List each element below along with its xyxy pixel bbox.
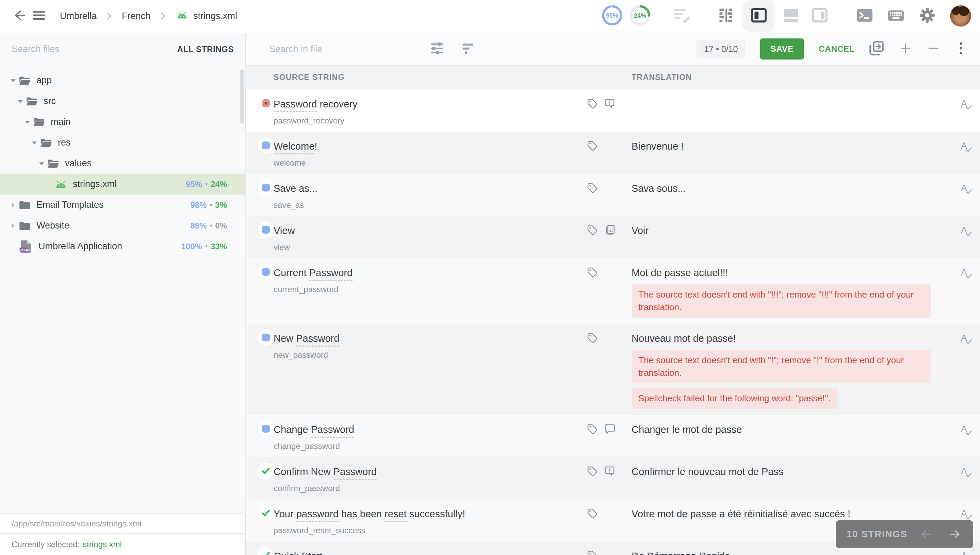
save-button[interactable]: SAVE: [760, 38, 804, 59]
breadcrumb: Umbrella French strings.xml: [60, 10, 237, 22]
filter-settings-button[interactable]: [429, 40, 445, 58]
string-row-new_password[interactable]: New Passwordnew_passwordNouveau mot de p…: [246, 324, 980, 415]
keyboard-shortcuts-button[interactable]: [887, 8, 904, 24]
string-row-confirm_password[interactable]: Confirm New Passwordconfirm_passwordConf…: [246, 457, 980, 499]
all-strings-button[interactable]: ALL STRINGS: [177, 45, 234, 54]
search-in-file-input[interactable]: [269, 44, 429, 55]
menu-button[interactable]: [29, 6, 48, 26]
pager-next-button[interactable]: [947, 528, 962, 541]
filter-button[interactable]: [460, 41, 476, 57]
tree-item-label: Email Templates: [36, 200, 104, 210]
more-options-button[interactable]: [954, 41, 968, 57]
editor-main: 17 • 0/10 SAVE CANCEL SOURCE STRING TRAN…: [246, 33, 980, 555]
breadcrumb-file[interactable]: strings.xml: [193, 11, 237, 21]
currently-selected-file[interactable]: strings.xml: [83, 540, 122, 549]
settings-button[interactable]: [919, 7, 936, 25]
breadcrumb-project[interactable]: Umbrella: [60, 11, 96, 21]
tag-icon[interactable]: [586, 332, 598, 343]
spellcheck-icon[interactable]: A: [959, 140, 973, 155]
terminal-button[interactable]: [856, 8, 873, 24]
pager-prev-button[interactable]: [919, 528, 934, 541]
screenshot-icon[interactable]: [604, 224, 615, 236]
translation-cell[interactable]: Confirmer le nouveau mot de Pass: [631, 457, 980, 499]
view-side-by-side-button[interactable]: [743, 0, 774, 32]
source-string-text: Welcome!: [273, 140, 584, 153]
tag-icon[interactable]: [586, 182, 598, 194]
spellcheck-icon[interactable]: A: [959, 266, 973, 281]
caret-down-icon[interactable]: [37, 160, 46, 167]
avatar[interactable]: [950, 5, 971, 27]
view-bottom-button[interactable]: [779, 0, 803, 32]
source-string-text: Change Password: [273, 423, 584, 436]
string-row-current_password[interactable]: Current Passwordcurrent_passwordMot de p…: [246, 258, 980, 324]
source-string-text: Confirm New Password: [273, 465, 584, 478]
comment-issue-icon[interactable]: [604, 98, 615, 109]
row-icons: [586, 98, 615, 109]
string-row-password_recovery[interactable]: Password recoverypassword_recoveryA: [246, 90, 980, 132]
string-row-change_password[interactable]: Change Passwordchange_passwordChanger le…: [246, 415, 980, 457]
menu-icon: [31, 9, 46, 23]
tree-item-values[interactable]: values: [0, 153, 245, 174]
copy-to-all-button[interactable]: [868, 40, 885, 58]
string-key: password_recovery: [273, 116, 584, 125]
tag-icon[interactable]: [586, 140, 598, 151]
tree-item-app[interactable]: app: [0, 70, 245, 91]
spellcheck-icon[interactable]: A: [959, 550, 973, 555]
tag-icon[interactable]: [586, 507, 598, 519]
tag-icon[interactable]: [586, 423, 598, 435]
back-button[interactable]: [10, 6, 29, 26]
spellcheck-icon[interactable]: A: [959, 98, 973, 112]
caret-down-icon[interactable]: [16, 98, 24, 104]
tag-icon[interactable]: [586, 550, 598, 555]
tree-item-strings-xml[interactable]: strings.xml95%•24%: [0, 174, 245, 194]
tree-item-website[interactable]: Website89%•0%: [0, 215, 245, 236]
comment-icon[interactable]: [604, 423, 615, 435]
svg-text:JSON: JSON: [21, 248, 30, 252]
translation-cell[interactable]: Sava sous...: [631, 174, 980, 216]
sidebar-scrollbar[interactable]: [240, 69, 244, 124]
zoom-out-button[interactable]: [926, 41, 940, 57]
caret-down-icon[interactable]: [23, 119, 32, 125]
svg-text:A: A: [961, 550, 967, 555]
cancel-button[interactable]: CANCEL: [819, 44, 855, 54]
view-right-button[interactable]: [808, 0, 832, 32]
translation-cell[interactable]: Mot de passe actuel!!!The source text do…: [631, 258, 980, 324]
draft-button[interactable]: [674, 8, 693, 24]
caret-right-icon[interactable]: [8, 222, 18, 229]
spellcheck-icon[interactable]: A: [959, 332, 973, 347]
spellcheck-icon[interactable]: A: [959, 224, 973, 239]
comment-issue-icon[interactable]: [604, 465, 615, 477]
translation-text: [631, 97, 939, 111]
translation-cell[interactable]: Bienvenue !: [631, 132, 980, 174]
search-files-input[interactable]: [11, 44, 141, 55]
tree-item-email-templates[interactable]: Email Templates98%•3%: [0, 194, 245, 215]
caret-down-icon[interactable]: [30, 140, 39, 146]
string-row-view[interactable]: ViewviewVoirA: [246, 216, 980, 258]
spellcheck-icon[interactable]: A: [959, 423, 973, 438]
caret-down-icon[interactable]: [8, 77, 18, 83]
breadcrumb-language[interactable]: French: [122, 11, 150, 21]
tag-icon[interactable]: [586, 465, 598, 477]
tag-icon[interactable]: [586, 224, 598, 236]
zoom-in-button[interactable]: [898, 41, 913, 57]
translation-cell[interactable]: [631, 90, 980, 132]
string-row-save_as[interactable]: Save as...save_asSava sous...A: [246, 174, 980, 216]
translation-cell[interactable]: Nouveau mot de passe!The source text doe…: [631, 324, 980, 415]
tree-item-src[interactable]: src: [0, 91, 245, 112]
tag-icon[interactable]: [586, 98, 598, 109]
string-row-welcome[interactable]: Welcome!welcomeBienvenue !A: [246, 132, 980, 174]
chevron-right-icon: [159, 11, 167, 21]
tag-icon[interactable]: [586, 266, 598, 278]
editor-toolbar: 17 • 0/10 SAVE CANCEL: [246, 33, 980, 66]
filter-icon: [460, 41, 476, 57]
tree-item-umbrella-application[interactable]: JSONUmbrella Application100%•33%: [0, 236, 245, 257]
spellcheck-icon[interactable]: A: [959, 182, 973, 197]
spellcheck-icon[interactable]: A: [959, 465, 973, 480]
tree-item-main[interactable]: main: [0, 112, 245, 132]
source-cell: Change Passwordchange_password: [246, 415, 631, 457]
translation-cell[interactable]: Changer le mot de passe: [631, 415, 980, 457]
tree-item-res[interactable]: res: [0, 132, 245, 153]
view-table-button[interactable]: [715, 0, 738, 32]
caret-right-icon[interactable]: [8, 201, 18, 209]
translation-cell[interactable]: Voir: [631, 216, 980, 258]
